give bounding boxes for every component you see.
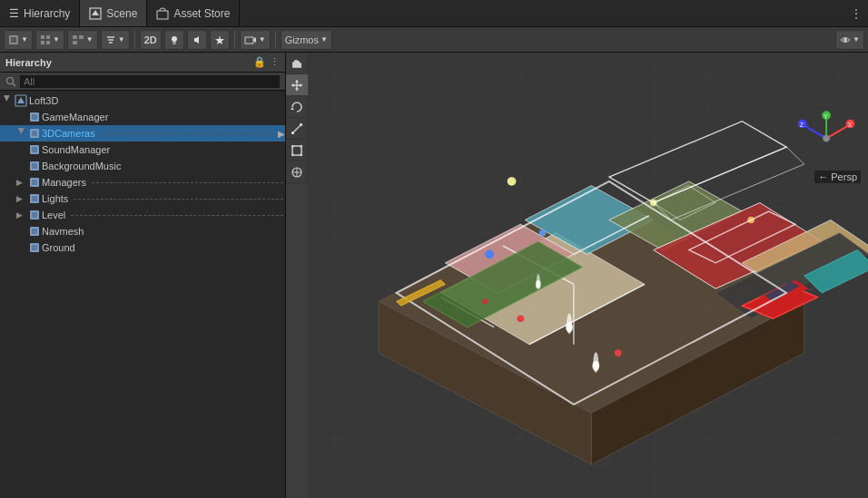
tree-item-soundmanager[interactable]: ▶ SoundManager bbox=[0, 142, 285, 158]
top-bar-menu-icon[interactable]: ⋮ bbox=[850, 6, 863, 21]
hierarchy-more-icon[interactable]: ⋮ bbox=[270, 56, 280, 68]
hierarchy-lock-icon[interactable]: 🔒 bbox=[253, 56, 266, 68]
svg-rect-57 bbox=[300, 123, 302, 126]
svg-rect-5 bbox=[41, 35, 44, 39]
scene-icon-loft3d bbox=[15, 94, 27, 107]
tool-move[interactable] bbox=[286, 74, 308, 96]
hierarchy-tab-icon: ☰ bbox=[9, 7, 19, 20]
svg-point-100 bbox=[485, 250, 494, 259]
hierarchy-search-input[interactable] bbox=[20, 75, 280, 88]
svg-rect-60 bbox=[291, 145, 294, 148]
svg-rect-4 bbox=[11, 37, 16, 43]
tool-transform[interactable] bbox=[286, 161, 308, 183]
cube-icon-lights bbox=[29, 193, 40, 204]
arrow-managers: ▶ bbox=[16, 178, 27, 187]
cube-icon-level bbox=[29, 210, 40, 220]
svg-text:Y: Y bbox=[824, 113, 828, 120]
tool-hand[interactable] bbox=[286, 53, 308, 74]
tree-item-backgroundmusic[interactable]: ▶ BackgroundMusic bbox=[0, 158, 285, 174]
level-dashed bbox=[71, 215, 283, 216]
svg-rect-16 bbox=[173, 42, 176, 44]
backgroundmusic-label: BackgroundMusic bbox=[42, 161, 121, 171]
svg-rect-8 bbox=[46, 41, 50, 44]
scene-toolbar: ▼ ▼ ▼ ▼ 2D bbox=[0, 27, 868, 53]
svg-rect-41 bbox=[32, 229, 37, 234]
tree-item-3dcameras[interactable]: ▶ 3DCameras ▶ bbox=[0, 125, 285, 142]
svg-rect-39 bbox=[32, 212, 37, 218]
cube-icon-managers bbox=[29, 177, 40, 188]
svg-rect-46 bbox=[296, 60, 298, 68]
svg-point-99 bbox=[482, 299, 488, 305]
soundmanager-label: SoundManager bbox=[42, 144, 110, 155]
svg-point-15 bbox=[172, 36, 177, 42]
arrow-level: ▶ bbox=[16, 210, 27, 220]
svg-rect-47 bbox=[298, 61, 300, 68]
tree-item-gamemanager[interactable]: ▶ GameManager bbox=[0, 109, 285, 125]
svg-rect-45 bbox=[294, 60, 296, 68]
svg-marker-18 bbox=[194, 36, 199, 44]
toolbar-sep-2 bbox=[234, 31, 235, 49]
effects-icon bbox=[214, 34, 225, 45]
svg-rect-43 bbox=[32, 245, 37, 250]
hierarchy-search-bar bbox=[0, 73, 285, 91]
hierarchy-panel-header: Hierarchy 🔒 ⋮ bbox=[0, 53, 285, 73]
svg-rect-9 bbox=[73, 35, 77, 39]
hand-icon bbox=[291, 57, 303, 70]
gizmos-btn[interactable]: Gizmos ▼ bbox=[281, 30, 332, 50]
loft3d-label: Loft3D bbox=[29, 95, 58, 106]
svg-rect-6 bbox=[46, 35, 50, 39]
scene-tab-icon bbox=[89, 7, 102, 20]
scene-camera-btn[interactable]: ▼ bbox=[240, 30, 271, 50]
svg-point-94 bbox=[593, 352, 598, 373]
tree-item-managers[interactable]: ▶ Managers bbox=[0, 174, 285, 190]
tree-item-loft3d[interactable]: ▶ Loft3D bbox=[0, 93, 285, 109]
cube-icon-soundmanager bbox=[29, 144, 40, 155]
tool-scale[interactable] bbox=[286, 118, 308, 140]
svg-rect-10 bbox=[79, 35, 84, 39]
3dcameras-label: 3DCameras bbox=[42, 128, 95, 139]
view-toggle-btn[interactable]: ▼ bbox=[835, 30, 864, 50]
tool-rect[interactable] bbox=[286, 140, 308, 161]
tree-item-level[interactable]: ▶ Level bbox=[0, 207, 285, 223]
svg-rect-29 bbox=[32, 131, 37, 136]
filter-chevron: ▼ bbox=[118, 35, 125, 44]
svg-rect-33 bbox=[32, 163, 37, 169]
hierarchy-tree: ▶ Loft3D ▶ GameManager ▶ bbox=[0, 91, 285, 498]
svg-marker-53 bbox=[291, 83, 294, 87]
lighting-btn[interactable] bbox=[164, 30, 184, 50]
svg-line-23 bbox=[13, 83, 16, 86]
svg-rect-27 bbox=[32, 114, 37, 120]
effects-btn[interactable] bbox=[210, 30, 230, 50]
tab-asset-store[interactable]: Asset Store bbox=[147, 0, 240, 26]
render-icon bbox=[72, 34, 84, 45]
render-mode-btn[interactable]: ▼ bbox=[67, 30, 98, 50]
scene-3d-view[interactable]: X Y Z ← bbox=[308, 53, 868, 498]
svg-point-97 bbox=[517, 315, 524, 322]
2d-label: 2D bbox=[144, 34, 157, 45]
svg-rect-19 bbox=[245, 37, 253, 44]
tab-hierarchy[interactable]: ☰ Hierarchy bbox=[0, 0, 80, 26]
scene-svg: X Y Z bbox=[308, 53, 868, 498]
svg-marker-52 bbox=[295, 88, 299, 91]
tree-item-ground[interactable]: ▶ Ground bbox=[0, 239, 285, 256]
layout-icon bbox=[40, 34, 51, 45]
tree-item-navmesh[interactable]: ▶ Navmesh bbox=[0, 223, 285, 239]
scene-view[interactable]: X Y Z ← bbox=[286, 53, 868, 498]
svg-rect-58 bbox=[291, 132, 294, 134]
tab-scene[interactable]: Scene bbox=[80, 0, 147, 26]
filter-btn[interactable]: ▼ bbox=[101, 30, 130, 50]
audio-btn[interactable] bbox=[187, 30, 207, 50]
filter-icon bbox=[105, 34, 116, 45]
camera-icon bbox=[244, 34, 257, 45]
lights-label: Lights bbox=[42, 193, 68, 204]
top-bar-right: ⋮ bbox=[850, 6, 868, 21]
layout-dropdown-btn[interactable]: ▼ bbox=[35, 30, 64, 50]
tool-rotate[interactable] bbox=[286, 96, 308, 118]
2d-toggle-btn[interactable]: 2D bbox=[140, 30, 162, 50]
managers-dashed bbox=[92, 182, 283, 183]
rect-icon bbox=[291, 144, 303, 157]
svg-marker-54 bbox=[300, 83, 302, 87]
tree-item-lights[interactable]: ▶ Lights bbox=[0, 190, 285, 207]
shading-dropdown-btn[interactable]: ▼ bbox=[4, 30, 33, 50]
svg-rect-2 bbox=[157, 11, 168, 19]
